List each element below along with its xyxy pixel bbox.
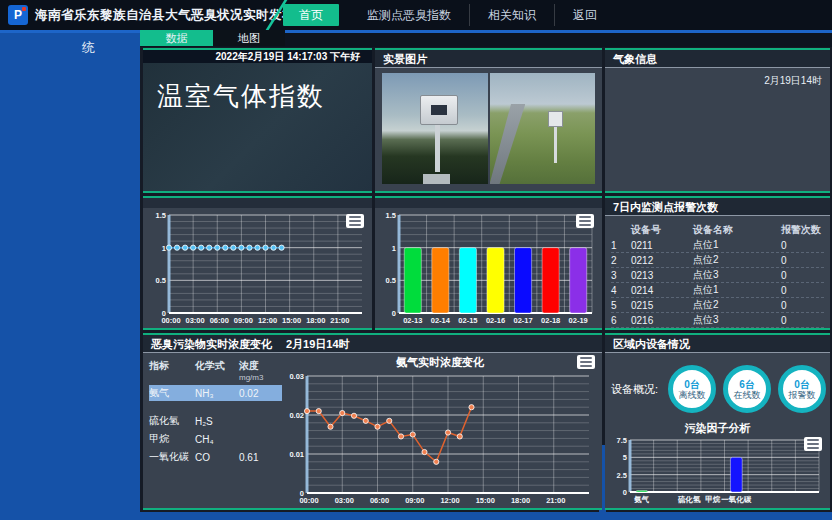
svg-text:03:00: 03:00 <box>186 316 205 325</box>
road-illustration <box>490 104 526 184</box>
svg-text:1: 1 <box>162 244 166 253</box>
svg-text:18:00: 18:00 <box>306 316 325 325</box>
panel-title: 实景图片 <box>375 50 602 68</box>
svg-text:12:00: 12:00 <box>440 496 459 505</box>
svg-text:00:00: 00:00 <box>299 496 318 505</box>
chart-menu-icon[interactable] <box>576 214 594 228</box>
device-overview-label: 设备概况: <box>611 382 668 397</box>
svg-text:1: 1 <box>392 244 396 253</box>
table-row: 50215点位20 <box>611 298 824 313</box>
top-nav: 首页监测点恶臭指数相关知识返回 <box>283 0 615 30</box>
datetime-text: 2022年2月19日 14:17:03 下午好 <box>143 50 372 63</box>
device-stat-circle: 6台在线数 <box>723 365 771 413</box>
panel-title: 恶臭污染物实时浓度变化 <box>151 336 272 352</box>
svg-text:0.01: 0.01 <box>289 450 304 459</box>
device-illustration <box>548 111 564 128</box>
svg-text:硫化氢: 硫化氢 <box>678 495 701 504</box>
svg-text:甲烷: 甲烷 <box>705 495 721 504</box>
panel-odor-pollutants: 恶臭污染物实时浓度变化 2月19日14时 指标化学式浓度mg/m3氨气NH₃0.… <box>143 333 602 510</box>
tab[interactable]: 数据 <box>140 30 213 46</box>
svg-text:7.5: 7.5 <box>617 436 627 445</box>
device-stat-circle: 0台报警数 <box>778 365 826 413</box>
table-row: 20212点位20 <box>611 253 824 268</box>
svg-text:18:00: 18:00 <box>511 496 530 505</box>
device-stats: 0台离线数6台在线数0台报警数 <box>668 365 826 413</box>
greenhouse-index-title: 温室气体指数 <box>157 79 372 114</box>
photo-monitoring-station-1[interactable] <box>382 73 488 184</box>
nh3-line-chart[interactable]: 00.010.020.0300:0003:0006:0009:0012:0015… <box>283 371 597 506</box>
svg-text:06:00: 06:00 <box>210 316 229 325</box>
pollutant-row[interactable]: 硫化氢H₂S <box>149 413 282 429</box>
panel-daily-bar-chart: 00.511.502-1302-1402-1502-1602-1702-1802… <box>375 196 602 330</box>
odor-timestamp: 2月19日14时 <box>286 336 350 352</box>
svg-text:03:00: 03:00 <box>335 496 354 505</box>
unit-label: mg/m3 <box>149 373 282 382</box>
panel-title: 7日内监测点报警次数 <box>605 198 830 216</box>
device-stat-circle: 0台离线数 <box>668 365 716 413</box>
table-row: 60216点位30 <box>611 313 824 328</box>
title-overflow-text: 统 <box>0 33 140 57</box>
dashboard-root: P 海南省乐东黎族自治县大气恶臭状况实时发布系 首页监测点恶臭指数相关知识返回 … <box>0 0 832 520</box>
footer-strip <box>0 512 832 520</box>
nh3-chart-title: 氨气实时浓度变化 <box>283 355 597 370</box>
svg-text:一氧化碳: 一氧化碳 <box>721 495 752 504</box>
svg-text:02-15: 02-15 <box>458 316 477 325</box>
greenhouse-line-chart[interactable]: 00.511.500:0003:0006:0009:0012:0015:0018… <box>145 210 370 326</box>
photo-row <box>382 73 595 184</box>
svg-text:0: 0 <box>392 309 396 318</box>
topbar-underline <box>0 30 832 33</box>
svg-text:02-13: 02-13 <box>403 316 422 325</box>
panel-greenhouse-index: 2022年2月19日 14:17:03 下午好 温室气体指数 <box>143 48 372 193</box>
table-header: 指标化学式浓度 <box>149 359 282 373</box>
photo-monitoring-station-2[interactable] <box>490 73 596 184</box>
sidebar: 统 <box>0 33 140 520</box>
panel-live-photos: 实景图片 <box>375 48 602 193</box>
svg-text:15:00: 15:00 <box>282 316 301 325</box>
svg-text:0.03: 0.03 <box>289 372 304 381</box>
pollutant-row[interactable]: 一氧化碳CO0.61 <box>149 449 282 465</box>
chart-menu-icon[interactable] <box>346 214 364 228</box>
weather-timestamp: 2月19日14时 <box>764 74 822 88</box>
svg-text:2.5: 2.5 <box>617 471 627 480</box>
daily-bar-chart[interactable]: 00.511.502-1302-1402-1502-1602-1702-1802… <box>377 210 600 326</box>
chart-menu-icon[interactable] <box>577 355 595 369</box>
view-tabs: 数据地图 <box>140 30 285 46</box>
table-row: 30213点位30 <box>611 268 824 283</box>
svg-text:0.02: 0.02 <box>289 411 304 420</box>
svg-text:02-19: 02-19 <box>569 316 588 325</box>
topbar: P 海南省乐东黎族自治县大气恶臭状况实时发布系 首页监测点恶臭指数相关知识返回 <box>0 0 832 30</box>
svg-text:02-18: 02-18 <box>541 316 560 325</box>
nav-item[interactable]: 返回 <box>554 4 615 26</box>
nh3-chart-area: 氨气实时浓度变化 00.010.020.0300:0003:0006:0009:… <box>283 355 597 506</box>
pollutant-row[interactable]: 氨气NH₃0.02 <box>149 385 282 401</box>
table-header: 设备号设备名称报警次数 <box>611 222 824 238</box>
alarms-table: 设备号设备名称报警次数10211点位1020212点位2030213点位3040… <box>611 222 824 328</box>
panel-title: 气象信息 <box>605 50 830 68</box>
svg-text:0: 0 <box>623 488 627 497</box>
nav-item[interactable]: 首页 <box>283 4 339 26</box>
svg-text:氨气: 氨气 <box>633 495 650 504</box>
svg-text:21:00: 21:00 <box>330 316 349 325</box>
svg-text:12:00: 12:00 <box>258 316 277 325</box>
nav-item[interactable]: 相关知识 <box>469 4 554 26</box>
app-logo: P <box>8 5 28 25</box>
svg-text:02-17: 02-17 <box>513 316 532 325</box>
svg-text:00:00: 00:00 <box>161 316 180 325</box>
svg-text:06:00: 06:00 <box>370 496 389 505</box>
svg-text:0.5: 0.5 <box>386 276 396 285</box>
svg-text:21:00: 21:00 <box>546 496 565 505</box>
svg-text:0.5: 0.5 <box>156 276 166 285</box>
panel-greenhouse-chart: 00.511.500:0003:0006:0009:0012:0015:0018… <box>143 196 372 330</box>
factor-bar-chart[interactable]: 02.557.5氨气硫化氢甲烷一氧化碳 <box>608 435 827 505</box>
chart-menu-icon[interactable] <box>804 437 822 451</box>
svg-text:5: 5 <box>623 453 627 462</box>
svg-text:02-14: 02-14 <box>431 316 451 325</box>
svg-text:02-16: 02-16 <box>486 316 505 325</box>
pollutant-row[interactable]: 甲烷CH₄ <box>149 431 282 447</box>
panel-weather-info: 气象信息 2月19日14时 <box>605 48 830 193</box>
svg-text:15:00: 15:00 <box>476 496 495 505</box>
nav-item[interactable]: 监测点恶臭指数 <box>349 4 469 26</box>
tab[interactable]: 地图 <box>213 30 285 46</box>
table-row: 40214点位10 <box>611 283 824 298</box>
panel-region-devices: 区域内设备情况 设备概况: 0台离线数6台在线数0台报警数 污染因子分析 02.… <box>605 333 830 510</box>
